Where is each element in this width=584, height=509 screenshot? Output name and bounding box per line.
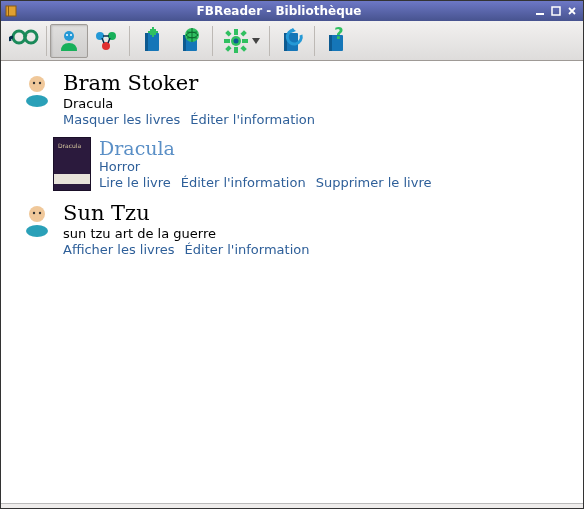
toggle-books-link[interactable]: Masquer les livres (63, 112, 180, 127)
toolbar-search-button[interactable] (5, 24, 43, 58)
toolbar-separator (46, 26, 47, 56)
book-row: Dracula Dracula Horror Lire le livreÉdit… (1, 135, 581, 199)
author-row: Bram Stoker Dracula Masquer les livresÉd… (1, 69, 581, 135)
svg-rect-21 (234, 29, 238, 35)
svg-point-40 (29, 206, 45, 222)
toolbar-add-book-button[interactable] (133, 24, 171, 58)
application-window: FBReader - Bibliothèque (0, 0, 584, 509)
toolbar-separator (269, 26, 270, 56)
statusbar (1, 503, 583, 508)
chevron-down-icon (252, 38, 260, 44)
svg-rect-13 (145, 33, 148, 51)
edit-author-link[interactable]: Éditer l'information (185, 242, 310, 257)
book-cover-label: Dracula (58, 142, 81, 149)
book-genre-link[interactable]: Horror (99, 159, 573, 174)
svg-point-29 (234, 38, 239, 43)
author-subtitle: Dracula (63, 96, 573, 111)
author-subtitle: sun tzu art de la guerre (63, 226, 573, 241)
toolbar-author-button[interactable] (50, 24, 88, 58)
remove-book-link[interactable]: Supprimer le livre (316, 175, 432, 190)
svg-point-39 (26, 225, 48, 237)
svg-point-41 (33, 212, 35, 214)
svg-rect-24 (242, 39, 248, 43)
app-icon (5, 4, 19, 18)
svg-rect-25 (225, 30, 231, 36)
window-title: FBReader - Bibliothèque (25, 4, 533, 18)
close-button[interactable] (565, 4, 579, 18)
svg-point-38 (39, 82, 41, 84)
svg-rect-23 (224, 39, 230, 43)
maximize-button[interactable] (549, 4, 563, 18)
toolbar-net-library-button[interactable] (171, 24, 209, 58)
svg-rect-3 (552, 7, 560, 15)
svg-point-4 (13, 31, 25, 43)
library-content: Bram Stoker Dracula Masquer les livresÉd… (1, 61, 583, 503)
edit-book-link[interactable]: Éditer l'information (181, 175, 306, 190)
svg-text:?: ? (334, 27, 343, 43)
svg-point-37 (33, 82, 35, 84)
toolbar-settings-button[interactable] (216, 24, 266, 58)
svg-rect-0 (6, 6, 16, 16)
author-avatar-icon (19, 71, 55, 127)
titlebar: FBReader - Bibliothèque (1, 1, 583, 21)
svg-rect-22 (234, 47, 238, 53)
svg-point-35 (26, 95, 48, 107)
edit-author-link[interactable]: Éditer l'information (190, 112, 315, 127)
toolbar-help-button[interactable]: ? (318, 24, 356, 58)
svg-rect-2 (536, 13, 544, 15)
svg-rect-16 (148, 31, 158, 33)
svg-point-7 (66, 34, 68, 36)
book-title-link[interactable]: Dracula (99, 137, 573, 159)
svg-rect-28 (240, 45, 246, 51)
author-actions: Afficher les livresÉditer l'information (63, 242, 573, 257)
book-actions: Lire le livreÉditer l'informationSupprim… (99, 175, 573, 190)
toolbar-separator (314, 26, 315, 56)
author-name: Bram Stoker (63, 71, 573, 95)
toggle-books-link[interactable]: Afficher les livres (63, 242, 175, 257)
author-name: Sun Tzu (63, 201, 573, 225)
svg-rect-27 (225, 45, 231, 51)
svg-point-36 (29, 76, 45, 92)
toolbar-refresh-button[interactable] (273, 24, 311, 58)
svg-point-8 (70, 34, 72, 36)
toolbar-separator (129, 26, 130, 56)
book-cover[interactable]: Dracula (53, 137, 91, 191)
svg-point-6 (64, 31, 74, 41)
toolbar-network-button[interactable] (88, 24, 126, 58)
svg-rect-1 (8, 6, 9, 16)
author-actions: Masquer les livresÉditer l'information (63, 112, 573, 127)
svg-rect-33 (329, 35, 332, 51)
toolbar-separator (212, 26, 213, 56)
svg-point-11 (102, 42, 110, 50)
author-avatar-icon (19, 201, 55, 257)
svg-point-42 (39, 212, 41, 214)
read-book-link[interactable]: Lire le livre (99, 175, 171, 190)
author-row: Sun Tzu sun tzu art de la guerre Affiche… (1, 199, 581, 265)
toolbar: ? (1, 21, 583, 61)
window-controls (533, 4, 579, 18)
minimize-button[interactable] (533, 4, 547, 18)
svg-rect-26 (240, 30, 246, 36)
svg-point-5 (25, 31, 37, 43)
